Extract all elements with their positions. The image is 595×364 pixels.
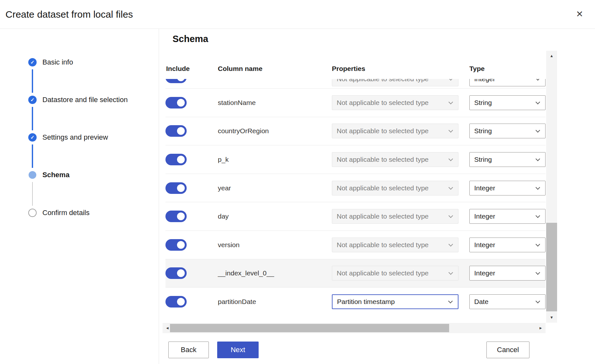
column-name: p_k (218, 156, 229, 163)
include-toggle[interactable] (165, 296, 187, 308)
step-connector (32, 144, 33, 168)
column-name: partitionDate (218, 298, 256, 306)
properties-value: Not applicable to selected type (337, 99, 429, 107)
include-toggle[interactable] (165, 125, 187, 137)
type-dropdown[interactable]: Integer (469, 181, 546, 195)
scroll-right-icon[interactable]: ► (536, 323, 546, 333)
step-basic-info[interactable]: ✓Basic info (28, 58, 73, 66)
type-value: Integer (474, 212, 495, 220)
column-name: __index_level_0__ (218, 269, 274, 277)
properties-value: Not applicable to selected type (337, 156, 429, 163)
include-toggle[interactable] (165, 79, 187, 83)
toggle-knob (177, 184, 185, 192)
step-label: Settings and preview (42, 133, 108, 142)
empty-circle-icon (28, 209, 37, 217)
step-label: Schema (42, 171, 69, 179)
next-button[interactable]: Next (217, 342, 259, 358)
toggle-knob (177, 99, 185, 107)
check-circle-icon: ✓ (28, 58, 37, 66)
table-row: partitionDate Partition timestamp Date (165, 288, 546, 316)
column-name: countryOrRegion (218, 127, 269, 135)
horizontal-scroll-thumb[interactable] (170, 324, 449, 332)
type-value: Integer (474, 184, 495, 192)
table-row: p_k Not applicable to selected type Stri… (165, 145, 546, 174)
properties-dropdown[interactable]: Not applicable to selected type (332, 209, 458, 224)
column-name: version (218, 241, 240, 249)
step-label: Basic info (42, 58, 73, 66)
check-circle-icon: ✓ (28, 96, 37, 104)
properties-dropdown[interactable]: Not applicable to selected type (332, 79, 458, 86)
toggle-knob (177, 156, 185, 163)
step-connector (32, 69, 33, 93)
scroll-down-icon[interactable]: ▼ (546, 312, 557, 323)
properties-value: Not applicable to selected type (337, 79, 429, 83)
properties-dropdown[interactable]: Not applicable to selected type (332, 95, 458, 110)
chevron-down-icon (536, 100, 540, 104)
type-dropdown[interactable]: String (469, 95, 546, 110)
close-icon[interactable]: ✕ (573, 7, 587, 21)
header-column-name: Column name (218, 65, 262, 73)
type-value: Date (474, 298, 488, 306)
page-title: Schema (173, 34, 208, 44)
type-dropdown[interactable]: String (469, 152, 546, 167)
vertical-scrollbar[interactable]: ▲ ▼ (546, 51, 557, 323)
table-row: day Not applicable to selected type Inte… (165, 202, 546, 231)
properties-value: Not applicable to selected type (337, 127, 429, 135)
include-toggle[interactable] (165, 267, 187, 279)
include-toggle[interactable] (165, 154, 187, 165)
horizontal-scrollbar[interactable]: ◄ ► (163, 323, 546, 333)
vertical-scroll-thumb[interactable] (546, 223, 557, 311)
type-value: String (474, 156, 492, 163)
step-confirm-details[interactable]: Confirm details (28, 209, 90, 217)
properties-dropdown[interactable]: Not applicable to selected type (332, 181, 458, 195)
chevron-down-icon (536, 128, 540, 133)
table-row: version Not applicable to selected type … (165, 231, 546, 259)
chevron-down-icon (448, 213, 453, 218)
step-label: Confirm details (42, 209, 90, 217)
chevron-down-icon (536, 185, 540, 190)
properties-dropdown[interactable]: Partition timestamp (332, 294, 458, 309)
step-settings-and-preview[interactable]: ✓Settings and preview (28, 133, 108, 142)
properties-value: Not applicable to selected type (337, 241, 429, 249)
type-dropdown[interactable]: Integer (469, 238, 546, 252)
type-dropdown[interactable]: Integer (469, 79, 546, 86)
schema-table-body: stationName Not applicable to selected t… (165, 89, 546, 316)
properties-dropdown[interactable]: Not applicable to selected type (332, 152, 458, 167)
chevron-down-icon (536, 270, 540, 275)
type-dropdown[interactable]: String (469, 124, 546, 138)
step-connector (32, 107, 33, 130)
properties-dropdown[interactable]: Not applicable to selected type (332, 124, 458, 138)
current-step-icon (29, 171, 36, 179)
step-schema[interactable]: Schema (28, 171, 69, 179)
toggle-knob (177, 79, 185, 81)
include-toggle[interactable] (165, 239, 187, 251)
properties-value: Not applicable to selected type (337, 269, 429, 277)
include-toggle[interactable] (165, 97, 187, 108)
table-row: year Not applicable to selected type Int… (165, 174, 546, 203)
chevron-down-icon (448, 128, 453, 133)
include-toggle[interactable] (165, 211, 187, 222)
type-value: Integer (474, 241, 495, 249)
back-button[interactable]: Back (168, 342, 209, 358)
chevron-down-icon (448, 100, 453, 104)
scroll-up-icon[interactable]: ▲ (546, 51, 557, 61)
toggle-knob (177, 298, 185, 306)
chevron-down-icon (448, 79, 453, 81)
properties-value: Not applicable to selected type (337, 212, 429, 220)
toggle-knob (177, 241, 185, 249)
step-datastore-and-file-selection[interactable]: ✓Datastore and file selection (28, 96, 128, 104)
toggle-knob (177, 127, 185, 135)
properties-dropdown[interactable]: Not applicable to selected type (332, 238, 458, 252)
cancel-button[interactable]: Cancel (486, 342, 529, 358)
chevron-down-icon (448, 242, 453, 247)
type-dropdown[interactable]: Integer (469, 209, 546, 224)
column-name: stationName (218, 99, 256, 107)
create-dataset-dialog: Create dataset from local files ✕ ✓Basic… (0, 0, 595, 364)
type-dropdown[interactable]: Integer (469, 266, 546, 281)
type-dropdown[interactable]: Date (469, 294, 546, 309)
header-properties: Properties (332, 65, 365, 73)
header-type: Type (469, 65, 484, 73)
include-toggle[interactable] (165, 182, 187, 194)
table-row: __index_level_0__ Not applicable to sele… (165, 259, 546, 288)
properties-dropdown[interactable]: Not applicable to selected type (332, 266, 458, 281)
